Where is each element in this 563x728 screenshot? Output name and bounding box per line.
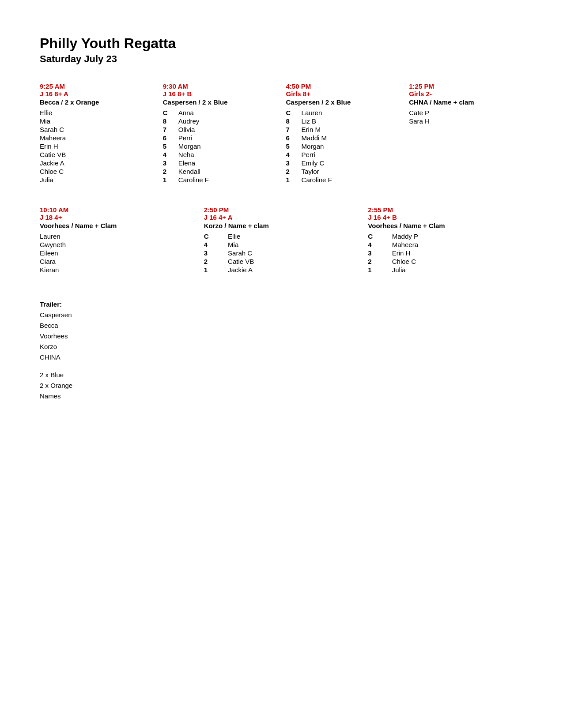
crew-row: Kieran xyxy=(40,266,195,274)
trailer-boat-item: Voorhees xyxy=(40,331,523,341)
seat-number: 6 xyxy=(286,134,302,142)
race-boat: Voorhees / Name + Clam xyxy=(40,222,195,229)
crew-name: Chloe C xyxy=(392,257,523,266)
seat-number: 2 xyxy=(368,257,392,266)
crew-row: Sara H xyxy=(409,117,523,125)
crew-row: Ciara xyxy=(40,257,195,266)
seat-number: 3 xyxy=(204,249,228,257)
seat-number: 4 xyxy=(204,240,228,249)
crew-name: Mia xyxy=(228,240,359,249)
crew-row: 2Kendall xyxy=(163,167,277,176)
crew-row: CMaddy P xyxy=(368,232,523,240)
seat-number: 5 xyxy=(163,142,178,150)
race-time: 9:25 AM xyxy=(40,83,154,90)
seat-number: C xyxy=(286,109,302,117)
crew-row: Erin H xyxy=(40,142,154,150)
trailer-boats: CaspersenBeccaVoorheesKorzoCHINA xyxy=(40,310,523,363)
crew-name: Ellie xyxy=(228,232,359,240)
crew-name: Elena xyxy=(178,159,277,167)
seat-number: 2 xyxy=(204,257,228,266)
crew-name: Lauren xyxy=(40,232,195,240)
crew-table: EllieMiaSarah CMaheeraErin HCatie VBJack… xyxy=(40,109,154,184)
crew-row: 3Erin H xyxy=(368,249,523,257)
crew-name: Sarah C xyxy=(228,249,359,257)
crew-name: Mia xyxy=(40,117,154,125)
crew-name: Gwyneth xyxy=(40,240,195,249)
seat-number: 8 xyxy=(163,117,178,125)
crew-name: Sara H xyxy=(409,117,523,125)
crew-row: 7Erin M xyxy=(286,125,401,134)
race-time: 4:50 PM xyxy=(286,83,401,90)
seat-number: 1 xyxy=(163,176,178,184)
race-category: J 18 4+ xyxy=(40,214,195,221)
crew-name: Sarah C xyxy=(40,125,154,134)
crew-table: CLauren8Liz B7Erin M6Maddi M5Morgan4Perr… xyxy=(286,109,401,184)
crew-name: Kendall xyxy=(178,167,277,176)
seat-number: 6 xyxy=(163,134,178,142)
crew-row: 3Emily C xyxy=(286,159,401,167)
trailer-equipment-item: 2 x Orange xyxy=(40,380,523,391)
crew-name: Erin H xyxy=(392,249,523,257)
crew-row: Lauren xyxy=(40,232,195,240)
seat-number: 2 xyxy=(286,167,302,176)
trailer-title: Trailer: xyxy=(40,300,523,308)
seat-number: 3 xyxy=(286,159,302,167)
page-title: Philly Youth Regatta xyxy=(40,35,523,52)
seat-number: 7 xyxy=(163,125,178,134)
crew-row: Maheera xyxy=(40,134,154,142)
crew-name: Eileen xyxy=(40,249,195,257)
crew-row: 4Mia xyxy=(204,240,359,249)
crew-name: Lauren xyxy=(302,109,401,117)
crew-name: Liz B xyxy=(302,117,401,125)
seat-number: 8 xyxy=(286,117,302,125)
crew-name: Maheera xyxy=(40,134,154,142)
crew-name: Maddy P xyxy=(392,232,523,240)
seat-number: 1 xyxy=(286,176,302,184)
seat-number: C xyxy=(163,109,178,117)
crew-name: Maddi M xyxy=(302,134,401,142)
race-boat: Voorhees / Name + Clam xyxy=(368,222,523,229)
crew-row: CEllie xyxy=(204,232,359,240)
trailer-boat-item: Korzo xyxy=(40,341,523,352)
crew-row: 8Audrey xyxy=(163,117,277,125)
crew-row: Ellie xyxy=(40,109,154,117)
crew-row: Jackie A xyxy=(40,159,154,167)
crew-name: Perri xyxy=(302,150,401,159)
crew-row: 4Neha xyxy=(163,150,277,159)
race-block: 9:25 AMJ 16 8+ ABecca / 2 x OrangeEllieM… xyxy=(40,83,154,184)
crew-row: 3Elena xyxy=(163,159,277,167)
crew-name: Jackie A xyxy=(40,159,154,167)
races-row1: 9:25 AMJ 16 8+ ABecca / 2 x OrangeEllieM… xyxy=(40,83,523,184)
crew-name: Julia xyxy=(392,266,523,274)
race-block: 4:50 PMGirls 8+Caspersen / 2 x BlueCLaur… xyxy=(286,83,401,184)
crew-row: 1Julia xyxy=(368,266,523,274)
crew-name: Morgan xyxy=(178,142,277,150)
crew-row: Catie VB xyxy=(40,150,154,159)
crew-row: 5Morgan xyxy=(163,142,277,150)
race-block: 9:30 AMJ 16 8+ BCaspersen / 2 x BlueCAnn… xyxy=(163,83,277,184)
race-category: J 16 4+ A xyxy=(204,214,359,221)
crew-row: 3Sarah C xyxy=(204,249,359,257)
race-category: Girls 8+ xyxy=(286,90,401,98)
trailer-boat-item: CHINA xyxy=(40,352,523,363)
race-block: 10:10 AMJ 18 4+Voorhees / Name + ClamLau… xyxy=(40,206,195,274)
seat-number: C xyxy=(204,232,228,240)
crew-row: Julia xyxy=(40,176,154,184)
trailer-equipment-item: 2 x Blue xyxy=(40,370,523,380)
crew-table: CMaddy P4Maheera3Erin H2Chloe C1Julia xyxy=(368,232,523,274)
crew-name: Audrey xyxy=(178,117,277,125)
seat-number: C xyxy=(368,232,392,240)
crew-name: Maheera xyxy=(392,240,523,249)
race-block: 2:55 PMJ 16 4+ BVoorhees / Name + ClamCM… xyxy=(368,206,523,274)
crew-name: Julia xyxy=(40,176,154,184)
crew-name: Caroline F xyxy=(302,176,401,184)
crew-table: LaurenGwynethEileenCiaraKieran xyxy=(40,232,195,274)
crew-row: 2Taylor xyxy=(286,167,401,176)
crew-row: 4Perri xyxy=(286,150,401,159)
crew-name: Perri xyxy=(178,134,277,142)
crew-name: Jackie A xyxy=(228,266,359,274)
seat-number: 2 xyxy=(163,167,178,176)
crew-name: Anna xyxy=(178,109,277,117)
crew-row: 2Chloe C xyxy=(368,257,523,266)
crew-name: Emily C xyxy=(302,159,401,167)
